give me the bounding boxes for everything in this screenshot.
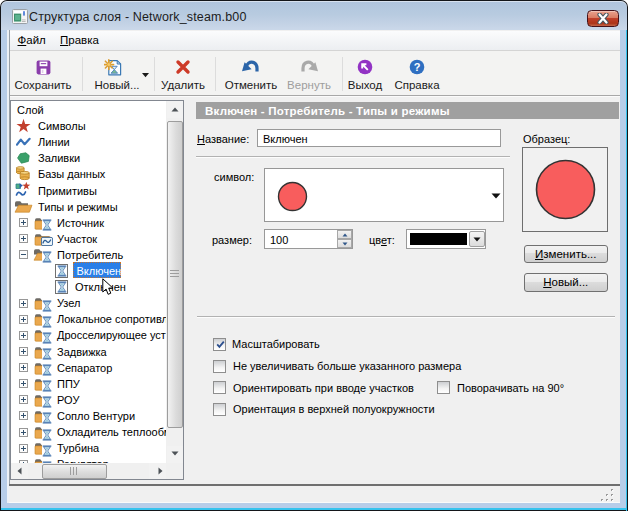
svg-text:?: ? bbox=[414, 61, 421, 73]
